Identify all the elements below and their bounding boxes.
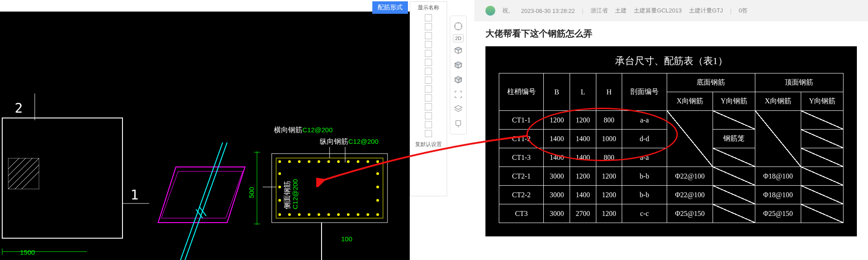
- th-h: H: [596, 73, 622, 111]
- cad-canvas[interactable]: 2 1: [0, 0, 410, 260]
- svg-point-44: [376, 186, 379, 188]
- table-cell: 1200: [596, 186, 622, 204]
- forum-panel: 祝。 2023-06-30 13:28:22 | 浙江省 土建 土建算量GCL2…: [474, 0, 868, 260]
- th-ty: Y向钢筋: [801, 92, 844, 111]
- dim-1500-line: [0, 247, 89, 256]
- rebar-form-button[interactable]: 配筋形式: [372, 1, 408, 14]
- checkbox-item[interactable]: [425, 103, 432, 110]
- table-cell: [667, 111, 713, 167]
- svg-point-20: [298, 160, 301, 163]
- table-cell: 800: [596, 111, 622, 130]
- svg-point-21: [308, 160, 310, 163]
- layers-icon[interactable]: [452, 102, 465, 116]
- forum-header: 祝。 2023-06-30 13:28:22 | 浙江省 土建 土建算量GCL2…: [474, 0, 868, 21]
- table-cell: 3000: [544, 186, 570, 204]
- hengxiang-label: 横向钢筋C12@200: [274, 126, 333, 135]
- checkbox-item[interactable]: [425, 59, 432, 66]
- separator: |: [730, 8, 731, 14]
- cemian-label: 侧面钢筋: [283, 181, 292, 209]
- table-cell: b-b: [622, 186, 667, 204]
- separator: |: [582, 8, 583, 14]
- svg-point-36: [347, 213, 350, 216]
- show-names-panel: 显示名称 复默认设置: [410, 1, 447, 196]
- zongxiang-spec: C12@200: [348, 138, 379, 145]
- table-cell: [755, 111, 801, 167]
- th-by: Y向钢筋: [713, 92, 755, 111]
- table-cell: Φ18@100: [755, 167, 801, 186]
- pin-icon[interactable]: [452, 117, 465, 130]
- checkbox-item[interactable]: [425, 23, 432, 30]
- marker-1: 1: [130, 187, 139, 203]
- dim-100: 100: [341, 235, 352, 243]
- cemian-spec: C12@200: [291, 179, 299, 209]
- table-cell: Φ18@100: [755, 186, 801, 204]
- svg-point-27: [367, 160, 369, 163]
- cemian-text: 侧面钢筋: [283, 181, 291, 209]
- checkbox-item[interactable]: [425, 14, 432, 21]
- svg-point-22: [318, 160, 320, 163]
- svg-point-43: [376, 172, 379, 175]
- table-cell: [713, 167, 755, 186]
- table-cell: b-b: [622, 167, 667, 186]
- forum-replies: 0答: [739, 7, 748, 15]
- table-cell: 800: [596, 148, 622, 167]
- th-bottom-group: 底面钢筋: [667, 73, 755, 92]
- marker-2: 2: [15, 100, 23, 116]
- checkbox-item[interactable]: [425, 130, 432, 137]
- checkbox-item[interactable]: [425, 50, 432, 57]
- 2d-icon[interactable]: 2D: [453, 34, 464, 42]
- table-cell: [801, 204, 844, 223]
- th-sec: 剖面编号: [622, 73, 667, 111]
- svg-point-23: [327, 160, 330, 163]
- svg-point-45: [376, 199, 379, 202]
- table-cell: Φ25@150: [667, 204, 713, 223]
- forum-user: 祝。: [502, 7, 514, 15]
- box-side-icon[interactable]: [452, 73, 465, 86]
- focus-icon[interactable]: [452, 88, 465, 101]
- table-cell: 1400: [570, 148, 596, 167]
- cyan-lines: [178, 142, 258, 260]
- svg-line-6: [21, 171, 39, 189]
- table-cell: 1200: [570, 167, 596, 186]
- table-cell: [801, 111, 844, 130]
- compass-icon[interactable]: [452, 20, 465, 33]
- box-front-icon[interactable]: [452, 58, 465, 72]
- th-bx: X向钢筋: [667, 92, 713, 111]
- forum-software1: 土建: [615, 7, 627, 15]
- box-top-icon[interactable]: [452, 44, 465, 57]
- svg-point-40: [278, 172, 281, 175]
- dim-1500: 1500: [20, 248, 35, 256]
- checkbox-item[interactable]: [425, 121, 432, 128]
- table-cell: [713, 148, 755, 167]
- zongxiang-text: 纵向钢筋: [320, 138, 348, 145]
- th-l: L: [570, 73, 596, 111]
- table-caption: 承台尺寸、配筋表（表1）: [499, 54, 844, 68]
- panel-header: 显示名称: [412, 4, 444, 12]
- checkbox-item[interactable]: [425, 112, 432, 119]
- checkbox-item[interactable]: [425, 77, 432, 84]
- checkbox-item[interactable]: [425, 32, 432, 39]
- svg-line-3: [8, 158, 33, 183]
- table-cell: CT1-1: [499, 111, 544, 130]
- table-cell: 2700: [570, 204, 596, 223]
- table-cell: 3000: [544, 204, 570, 223]
- table-cell: 1400: [570, 130, 596, 148]
- svg-point-18: [278, 160, 281, 163]
- svg-point-24: [337, 160, 340, 163]
- checkbox-item[interactable]: [425, 94, 432, 102]
- avatar: [485, 6, 495, 16]
- svg-point-30: [288, 213, 291, 216]
- marker-1-line: [122, 203, 149, 204]
- checkbox-item[interactable]: [425, 85, 432, 93]
- checkbox-item[interactable]: [425, 41, 432, 48]
- svg-point-32: [308, 213, 310, 216]
- table-cell: Φ22@100: [667, 186, 713, 204]
- svg-rect-56: [456, 121, 461, 126]
- svg-line-8: [8, 158, 19, 169]
- th-top-group: 顶面钢筋: [755, 73, 843, 92]
- svg-point-28: [376, 160, 379, 163]
- table-image: 承台尺寸、配筋表（表1） 柱梢编号 B L H 剖面编号 底面钢筋 顶面钢筋 X…: [485, 46, 857, 236]
- reset-default-button[interactable]: 复默认设置: [412, 141, 444, 148]
- checkbox-item[interactable]: [425, 68, 432, 75]
- section-cut-line: [321, 223, 322, 260]
